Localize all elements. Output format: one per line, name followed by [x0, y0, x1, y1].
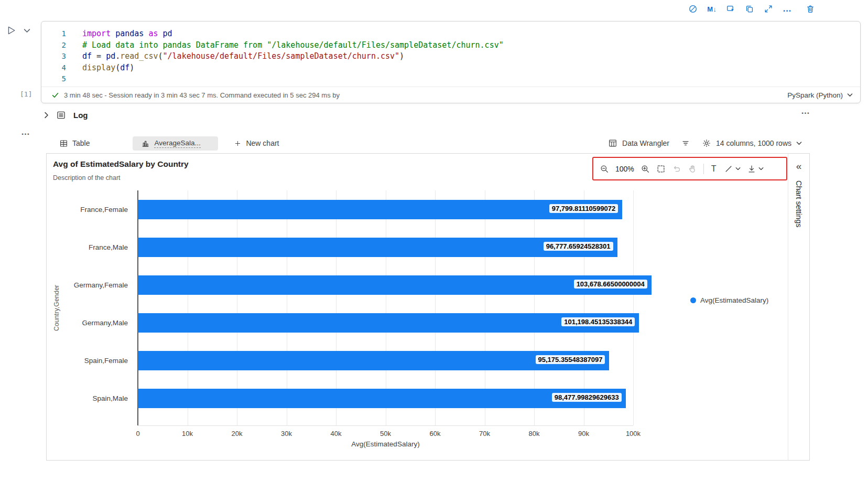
markdown-icon[interactable]: M↓ [707, 4, 717, 14]
data-wrangler-label: Data Wrangler [622, 139, 669, 147]
tab-table-label: Table [72, 139, 90, 147]
code-line[interactable]: 2# Load data into pandas DataFrame from … [41, 40, 860, 51]
line-number: 5 [41, 73, 66, 85]
column-chart-icon [141, 139, 150, 148]
x-tick-label: 50k [370, 430, 402, 437]
y-category-label: Spain,Male [92, 394, 128, 402]
y-category-label: Spain,Female [84, 357, 128, 365]
filter-icon[interactable] [681, 138, 690, 148]
table-info-label: 14 columns, 1000 rows [716, 139, 791, 147]
gridline [633, 190, 634, 425]
code-line[interactable]: 4display(df) [41, 62, 860, 74]
x-tick-label: 10k [172, 430, 203, 437]
more-options-icon[interactable]: … [782, 4, 793, 14]
chevron-down-icon [847, 93, 853, 97]
tab-table[interactable]: Table [54, 136, 95, 151]
run-cell-button[interactable] [5, 25, 17, 36]
output-tabs-right: Data Wrangler 14 columns, 1000 rows [608, 138, 810, 148]
log-label: Log [73, 111, 88, 120]
expand-cell-icon[interactable] [763, 4, 774, 14]
data-wrangler-button[interactable]: Data Wrangler [608, 138, 669, 148]
bar-value-label: 98,477.99829629633 [552, 393, 622, 402]
legend-marker [690, 297, 696, 303]
log-more-icon[interactable]: … [801, 106, 810, 116]
gear-icon [702, 138, 711, 148]
expand-chevron-icon[interactable] [44, 112, 49, 119]
plus-icon [234, 140, 242, 147]
code-line[interactable]: 5 [41, 73, 860, 85]
copilot-icon[interactable] [688, 4, 698, 14]
bar-value-label: 101,198.45135338344 [561, 317, 635, 326]
code-line[interactable]: 1import pandas as pd [41, 28, 860, 40]
x-tick-label: 100k [617, 430, 649, 437]
bar-value-label: 95,175.35548387097 [536, 355, 605, 364]
x-tick-label: 80k [518, 430, 550, 437]
duplicate-cell-icon[interactable] [744, 4, 755, 14]
chart-card: Avg of EstimatedSalary by Country Descri… [46, 153, 810, 461]
x-tick-label: 30k [271, 430, 302, 437]
bar-value-label: 103,678.66500000004 [574, 280, 647, 289]
code-line[interactable]: 3df = pd.read_csv("/lakehouse/default/Fi… [41, 51, 860, 62]
kernel-label: PySpark (Python) [787, 91, 843, 99]
y-category-label: France,Female [80, 206, 128, 214]
log-icon [56, 110, 66, 120]
move-cell-icon[interactable] [725, 4, 736, 14]
run-controls [5, 25, 30, 36]
execution-count: [1] [20, 90, 32, 98]
x-tick-label: 0 [122, 430, 154, 437]
chevron-down-icon [796, 141, 802, 145]
line-number: 4 [41, 62, 66, 74]
code-lines[interactable]: 1import pandas as pd2# Load data into pa… [41, 22, 860, 85]
x-tick-label: 70k [469, 430, 501, 437]
tab-chart-label: AverageSala... [154, 139, 200, 148]
line-number: 3 [41, 51, 66, 62]
success-check-icon [51, 91, 59, 99]
cell-toolbar: M↓ … [688, 4, 816, 14]
x-tick-label: 20k [221, 430, 253, 437]
output-more-icon[interactable]: … [21, 127, 30, 137]
delete-cell-icon[interactable] [805, 4, 816, 14]
data-wrangler-icon [608, 138, 617, 148]
y-category-label: France,Male [89, 243, 128, 251]
plot-area: 010k20k30k40k50k60k70k80k90k100k97,799.8… [47, 154, 809, 460]
tab-chart-averagesalary[interactable]: AverageSala... [133, 136, 218, 151]
chart-legend[interactable]: Avg(EstimatedSalary) [690, 296, 768, 304]
table-icon [59, 139, 68, 148]
bar-value-label: 97,799.81110599072 [549, 204, 618, 213]
y-axis-title: Country,Gender [53, 285, 60, 331]
x-axis-title: Avg(EstimatedSalary) [138, 440, 633, 448]
y-category-label: Germany,Female [74, 281, 128, 289]
kernel-selector[interactable]: PySpark (Python) [787, 91, 853, 99]
line-number: 2 [41, 40, 66, 51]
log-section-header[interactable]: Log [44, 108, 88, 122]
x-axis-line [138, 425, 633, 426]
x-tick-label: 60k [419, 430, 451, 437]
output-tabs: Table AverageSala... New chart Data Wran… [46, 134, 810, 153]
new-chart-button[interactable]: New chart [229, 136, 284, 151]
legend-label: Avg(EstimatedSalary) [700, 296, 768, 304]
code-cell: 1import pandas as pd2# Load data into pa… [41, 21, 861, 103]
x-tick-label: 40k [320, 430, 352, 437]
line-number: 1 [41, 28, 66, 40]
cell-status-bar: 3 min 48 sec - Session ready in 3 min 43… [41, 87, 860, 103]
execution-status-text: 3 min 48 sec - Session ready in 3 min 43… [64, 91, 340, 99]
y-category-label: Germany,Male [82, 319, 128, 327]
bar-value-label: 96,777.65924528301 [544, 242, 613, 251]
table-info-dropdown[interactable]: 14 columns, 1000 rows [702, 138, 802, 148]
notebook-app: M↓ … 1import pandas as pd2# Load data in… [0, 0, 868, 491]
x-tick-label: 90k [568, 430, 600, 437]
run-options-chevron-icon[interactable] [24, 28, 30, 33]
new-chart-label: New chart [246, 139, 279, 147]
